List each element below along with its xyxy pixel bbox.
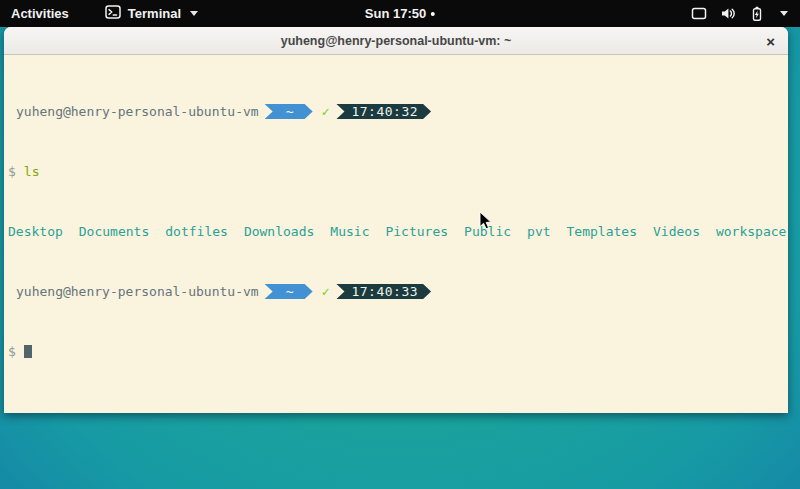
terminal-app-icon <box>105 5 121 22</box>
prompt-user-host: yuheng@henry-personal-ubuntu-vm <box>16 104 259 119</box>
input-line: $ <box>8 344 788 359</box>
prompt-time: 17:40:32 <box>351 104 418 119</box>
directory-name: Music <box>330 224 369 239</box>
prompt-cwd: ~ <box>286 284 294 299</box>
app-menu-label: Terminal <box>128 6 181 21</box>
exit-status-check-icon: ✓ <box>322 284 330 299</box>
terminal-cursor <box>24 345 32 358</box>
battery-charging-icon <box>749 6 765 22</box>
volume-icon <box>720 6 736 21</box>
window-titlebar[interactable]: yuheng@henry-personal-ubuntu-vm: ~ × <box>4 27 788 55</box>
prompt-cwd-segment: ~ <box>265 104 313 119</box>
command-text: ls <box>24 164 40 179</box>
directory-name: Documents <box>79 224 149 239</box>
terminal-window: yuheng@henry-personal-ubuntu-vm: ~ × yuh… <box>4 27 788 413</box>
directory-name: workspace <box>716 224 786 239</box>
screen-icon <box>691 6 707 21</box>
window-title: yuheng@henry-personal-ubuntu-vm: ~ <box>281 34 512 48</box>
ls-output: DesktopDocumentsdotfilesDownloadsMusicPi… <box>8 224 788 239</box>
directory-name: dotfiles <box>165 224 228 239</box>
directory-name: Downloads <box>244 224 314 239</box>
clock-button[interactable]: Sun 17:50 <box>365 0 435 27</box>
directory-name: Videos <box>653 224 700 239</box>
prompt-line-2: yuheng@henry-personal-ubuntu-vm ~ ✓ 17:4… <box>8 284 788 299</box>
system-status-area[interactable] <box>691 0 800 27</box>
notification-dot <box>431 12 435 16</box>
prompt-cwd: ~ <box>286 104 294 119</box>
directory-name: Desktop <box>8 224 63 239</box>
prompt-char: $ <box>8 164 16 179</box>
prompt-user-host: yuheng@henry-personal-ubuntu-vm <box>16 284 259 299</box>
prompt-cwd-segment: ~ <box>265 284 313 299</box>
prompt-time-segment: 17:40:33 <box>336 284 431 299</box>
top-bar: Activities Terminal Sun 17:50 <box>0 0 800 27</box>
terminal-content[interactable]: yuheng@henry-personal-ubuntu-vm ~ ✓ 17:4… <box>4 56 788 413</box>
directory-name: Pictures <box>385 224 448 239</box>
prompt-time-segment: 17:40:32 <box>336 104 431 119</box>
activities-button[interactable]: Activities <box>0 0 79 27</box>
prompt-time: 17:40:33 <box>351 284 418 299</box>
chevron-down-icon <box>780 11 788 16</box>
directory-name: pvt <box>527 224 550 239</box>
prompt-line-1: yuheng@henry-personal-ubuntu-vm ~ ✓ 17:4… <box>8 104 788 119</box>
directory-name: Templates <box>567 224 637 239</box>
chevron-down-icon <box>190 11 198 16</box>
app-menu-terminal[interactable]: Terminal <box>105 0 198 27</box>
prompt-char: $ <box>8 344 16 359</box>
mouse-pointer-icon <box>479 211 492 235</box>
clock-label: Sun 17:50 <box>365 6 426 21</box>
exit-status-check-icon: ✓ <box>322 104 330 119</box>
command-line: $ ls <box>8 164 788 179</box>
close-icon[interactable]: × <box>766 33 775 48</box>
